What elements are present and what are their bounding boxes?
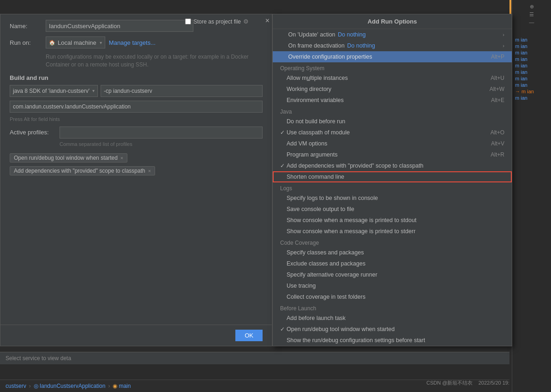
app-icon: ◎ — [34, 383, 38, 389]
menu-header: Add Run Options — [273, 14, 512, 29]
ide-icon-1: ⊕ — [530, 4, 534, 10]
show-stderr-label: Show console when a message is printed t… — [287, 228, 415, 235]
menu-item-no-build[interactable]: Do not build before run — [273, 116, 512, 127]
close-button[interactable]: × — [265, 17, 270, 25]
ide-icon-2: ☰ — [529, 12, 534, 18]
run-on-dropdown[interactable]: 🏠 Local machine ▾ — [46, 36, 105, 48]
add-vm-shortcut: Alt+V — [491, 140, 504, 147]
tag2-label: Add dependencies with "provided" scope t… — [14, 168, 145, 174]
override-config-shortcut: Alt+P — [491, 54, 504, 60]
menu-item-override-config[interactable]: Override configuration properties Alt+P — [273, 51, 512, 62]
select-service-text: Select service to view deta — [6, 355, 71, 362]
open-tool-label: Open run/debug tool window when started — [287, 326, 395, 332]
specify-classes-label: Specify classes and packages — [287, 249, 364, 256]
menu-item-add-vm[interactable]: Add VM options Alt+V — [273, 138, 512, 149]
cp-field[interactable] — [101, 85, 263, 97]
timestamp: 2022/5/20 19: — [479, 380, 509, 386]
section-logs: Logs — [273, 182, 512, 193]
breadcrumb-sep1: › — [29, 383, 31, 389]
show-stdout-label: Show console when a message is printed t… — [287, 217, 416, 223]
add-run-options-menu: Add Run Options On 'Update' action Do no… — [272, 14, 512, 346]
check-use-classpath: ✓ — [280, 129, 285, 136]
manage-targets-link[interactable]: Manage targets... — [109, 39, 156, 46]
menu-item-allow-multiple[interactable]: Allow multiple instances Alt+U — [273, 72, 512, 84]
watermark: CSDN @新垣不结衣 2022/5/20 19: — [426, 380, 509, 386]
menu-item-exclude-classes[interactable]: Exclude classes and packages — [273, 258, 512, 269]
profiles-hint: Comma separated list of profiles — [60, 141, 263, 147]
tag1-close-icon[interactable]: × — [120, 155, 123, 161]
dialog-footer: OK — [0, 325, 272, 346]
add-before-label: Add before launch task — [287, 315, 346, 321]
on-frame-label: On frame deactivation — [288, 42, 344, 49]
breadcrumb-path3[interactable]: main — [119, 383, 131, 389]
use-classpath-label: Use classpath of module — [287, 129, 350, 136]
select-service-bar: Select service to view deta — [0, 352, 509, 364]
ok-button[interactable]: OK — [235, 330, 263, 341]
main-class-row — [10, 101, 263, 113]
menu-item-specify-classes[interactable]: Specify classes and packages — [273, 247, 512, 258]
field-hint: Press Alt for field hints — [10, 116, 263, 122]
name-label: Name: — [10, 23, 42, 30]
tag1-label: Open run/debug tool window when started — [14, 155, 118, 161]
override-config-label: Override configuration properties — [288, 54, 372, 60]
menu-item-on-update[interactable]: On 'Update' action Do nothing › — [273, 29, 512, 40]
active-profiles-label: Active profiles: — [10, 129, 56, 136]
breadcrumb-path1[interactable]: custserv — [6, 383, 26, 389]
on-update-label: On 'Update' action — [288, 31, 335, 38]
env-vars-label: Environment variables — [287, 97, 344, 103]
tag2-close-icon[interactable]: × — [148, 168, 151, 174]
no-check-on-update — [280, 31, 287, 38]
sdk-label: java 8 SDK of 'iandun-custserv' — [13, 88, 90, 94]
working-dir-label: Working directory — [287, 86, 331, 92]
breadcrumb-sep2: › — [108, 383, 110, 389]
sdk-dropdown[interactable]: java 8 SDK of 'iandun-custserv' ▾ — [10, 85, 98, 97]
name-input[interactable] — [46, 20, 193, 32]
watermark-text: CSDN @新垣不结衣 — [426, 380, 473, 386]
check-add-deps: ✓ — [280, 163, 285, 169]
menu-item-specify-logs[interactable]: Specify logs to be shown in console — [273, 193, 512, 204]
ide-icon-3: — — [529, 19, 534, 25]
menu-item-add-deps[interactable]: ✓Add dependencies with "provided" scope … — [273, 160, 512, 171]
menu-item-working-dir[interactable]: Working directory Alt+W — [273, 84, 512, 95]
store-project-label: Store as project file — [193, 18, 241, 25]
dropdown-arrow-icon: ▾ — [100, 40, 102, 45]
build-run-title: Build and run — [10, 74, 263, 81]
run-config-hint: Run configurations may be executed local… — [46, 53, 263, 69]
main-class-input[interactable] — [10, 101, 263, 113]
menu-item-show-config[interactable]: Show the run/debug configuration setting… — [273, 335, 512, 346]
shorten-cmd-label: Shorten command line — [287, 174, 344, 180]
add-vm-label: Add VM options — [287, 140, 327, 147]
menu-item-show-stdout[interactable]: Show console when a message is printed t… — [273, 215, 512, 226]
menu-item-save-console[interactable]: Save console output to file — [273, 204, 512, 215]
house-icon: 🏠 — [49, 40, 55, 46]
menu-item-env-vars[interactable]: Environment variables Alt+E — [273, 95, 512, 106]
menu-item-show-stderr[interactable]: Show console when a message is printed t… — [273, 226, 512, 237]
program-args-shortcut: Alt+R — [491, 151, 504, 158]
ide-panel-entries: m ian m ian m ian m ian m ian m ian m ia… — [512, 29, 551, 103]
profiles-input[interactable] — [60, 127, 263, 139]
breadcrumb-path2[interactable]: IandunCustservApplication — [40, 383, 106, 389]
sdk-arrow-icon: ▾ — [92, 88, 95, 93]
active-profiles-row: Active profiles: — [10, 127, 263, 139]
use-classpath-shortcut: Alt+O — [491, 129, 504, 136]
add-deps-label: Add dependencies with "provided" scope t… — [287, 163, 424, 169]
section-before-launch: Before Launch — [273, 302, 512, 313]
menu-item-open-tool[interactable]: ✓Open run/debug tool window when started — [273, 324, 512, 335]
tag1-item: Open run/debug tool window when started … — [10, 153, 127, 163]
menu-item-use-classpath[interactable]: ✓Use classpath of module Alt+O — [273, 127, 512, 138]
run-config-dialog: Name: Run on: 🏠 Local machine ▾ Manage t… — [0, 14, 272, 346]
save-console-label: Save console output to file — [287, 206, 354, 212]
menu-item-on-frame[interactable]: On frame deactivation Do nothing › — [273, 40, 512, 51]
menu-item-collect-coverage[interactable]: Collect coverage in test folders — [273, 291, 512, 302]
specify-logs-label: Specify logs to be shown in console — [287, 195, 378, 201]
main-icon: ◉ — [113, 383, 117, 389]
store-project-checkbox[interactable] — [185, 18, 191, 24]
menu-item-alt-coverage[interactable]: Specify alternative coverage runner — [273, 269, 512, 280]
menu-item-add-before[interactable]: Add before launch task — [273, 313, 512, 324]
menu-item-use-tracing[interactable]: Use tracing — [273, 280, 512, 291]
menu-item-shorten-cmd[interactable]: Shorten command line — [273, 171, 512, 182]
on-update-suffix: Do nothing — [338, 31, 365, 38]
build-run-row: java 8 SDK of 'iandun-custserv' ▾ — [10, 85, 263, 97]
menu-item-program-args[interactable]: Program arguments Alt+R — [273, 149, 512, 160]
alt-coverage-label: Specify alternative coverage runner — [287, 271, 377, 278]
